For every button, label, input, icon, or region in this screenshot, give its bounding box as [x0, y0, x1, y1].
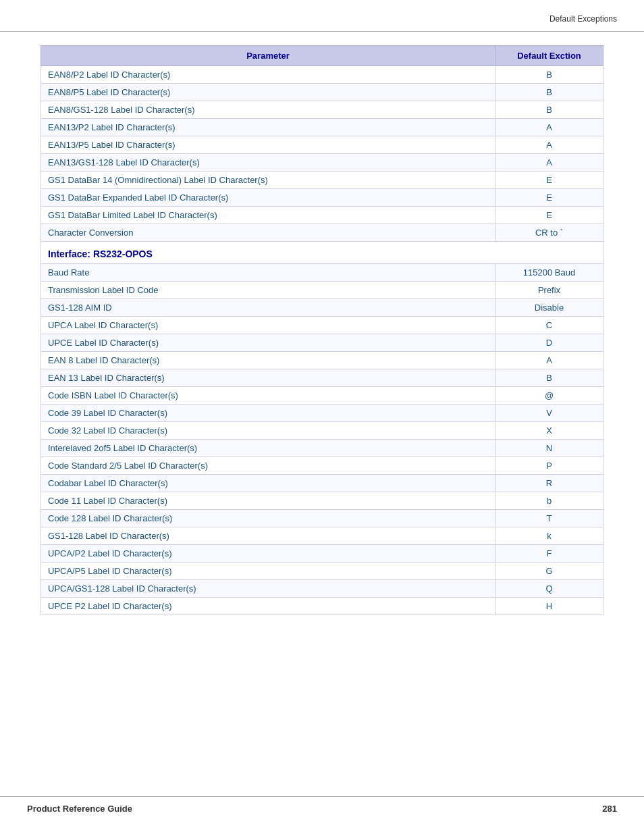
section-header-row: Interface: RS232-OPOS [41, 242, 603, 264]
footer-right-text: 281 [602, 804, 617, 814]
value-cell: A [495, 154, 603, 172]
param-cell: UPCA Label ID Character(s) [41, 317, 495, 334]
table-row: GS1-128 AIM IDDisable [41, 299, 603, 317]
param-cell: Code 128 Label ID Character(s) [41, 510, 495, 527]
table-row: EAN13/P5 Label ID Character(s)A [41, 136, 603, 154]
param-cell: Baud Rate [41, 264, 495, 282]
table-row: EAN8/GS1-128 Label ID Character(s)B [41, 101, 603, 119]
data-table: Parameter Default Exction EAN8/P2 Label … [41, 45, 603, 615]
param-cell: Code ISBN Label ID Character(s) [41, 387, 495, 405]
value-cell: A [495, 136, 603, 154]
value-cell: B [495, 66, 603, 84]
value-cell: C [495, 317, 603, 334]
value-cell: Disable [495, 299, 603, 317]
table-row: UPCE P2 Label ID Character(s)H [41, 598, 603, 615]
value-cell: T [495, 510, 603, 527]
value-cell: B [495, 84, 603, 101]
value-cell: k [495, 527, 603, 545]
table-row: EAN 13 Label ID Character(s)B [41, 369, 603, 387]
value-cell: P [495, 457, 603, 475]
table-row: UPCA/P5 Label ID Character(s)G [41, 563, 603, 580]
table-row: Character ConversionCR to ` [41, 224, 603, 242]
value-cell: Prefix [495, 282, 603, 299]
value-cell: E [495, 207, 603, 224]
value-cell: @ [495, 387, 603, 405]
table-row: UPCA/GS1-128 Label ID Character(s)Q [41, 580, 603, 598]
table-row: UPCE Label ID Character(s)D [41, 334, 603, 352]
param-cell: Interelaved 2of5 Label ID Character(s) [41, 440, 495, 457]
param-cell: EAN8/P5 Label ID Character(s) [41, 84, 495, 101]
param-cell: UPCE Label ID Character(s) [41, 334, 495, 352]
value-cell: N [495, 440, 603, 457]
header-title: Default Exceptions [549, 14, 617, 24]
value-cell: R [495, 475, 603, 492]
table-row: Code 11 Label ID Character(s)b [41, 492, 603, 510]
main-content: Parameter Default Exction EAN8/P2 Label … [0, 32, 644, 629]
table-row: EAN13/P2 Label ID Character(s)A [41, 119, 603, 136]
table-row: Baud Rate115200 Baud [41, 264, 603, 282]
table-row: Transmission Label ID CodePrefix [41, 282, 603, 299]
table-row: Code 128 Label ID Character(s)T [41, 510, 603, 527]
param-cell: EAN13/P5 Label ID Character(s) [41, 136, 495, 154]
value-cell: B [495, 101, 603, 119]
param-cell: EAN 13 Label ID Character(s) [41, 369, 495, 387]
param-cell: UPCE P2 Label ID Character(s) [41, 598, 495, 615]
value-cell: E [495, 172, 603, 189]
param-cell: GS1-128 Label ID Character(s) [41, 527, 495, 545]
value-cell: X [495, 422, 603, 440]
footer-left-text: Product Reference Guide [27, 804, 132, 814]
table-row: Code 32 Label ID Character(s)X [41, 422, 603, 440]
page-header: Default Exceptions [0, 0, 644, 32]
value-cell: F [495, 545, 603, 563]
table-row: UPCA Label ID Character(s)C [41, 317, 603, 334]
value-cell: A [495, 119, 603, 136]
table-row: GS1 DataBar Limited Label ID Character(s… [41, 207, 603, 224]
col1-header: Parameter [41, 46, 495, 66]
section-header-label: Interface: RS232-OPOS [41, 242, 603, 264]
param-cell: Code 32 Label ID Character(s) [41, 422, 495, 440]
param-cell: Code 11 Label ID Character(s) [41, 492, 495, 510]
param-cell: UPCA/GS1-128 Label ID Character(s) [41, 580, 495, 598]
page-container: Default Exceptions Parameter Default Exc… [0, 0, 644, 834]
table-row: EAN8/P5 Label ID Character(s)B [41, 84, 603, 101]
table-row: GS1-128 Label ID Character(s)k [41, 527, 603, 545]
table-row: EAN8/P2 Label ID Character(s)B [41, 66, 603, 84]
param-cell: EAN13/P2 Label ID Character(s) [41, 119, 495, 136]
value-cell: H [495, 598, 603, 615]
table-row: Code ISBN Label ID Character(s)@ [41, 387, 603, 405]
value-cell: B [495, 369, 603, 387]
table-row: UPCA/P2 Label ID Character(s)F [41, 545, 603, 563]
param-cell: EAN13/GS1-128 Label ID Character(s) [41, 154, 495, 172]
param-cell: UPCA/P2 Label ID Character(s) [41, 545, 495, 563]
param-cell: Codabar Label ID Character(s) [41, 475, 495, 492]
table-row: Code 39 Label ID Character(s)V [41, 405, 603, 422]
param-cell: EAN8/GS1-128 Label ID Character(s) [41, 101, 495, 119]
table-row: EAN 8 Label ID Character(s)A [41, 352, 603, 369]
param-cell: Transmission Label ID Code [41, 282, 495, 299]
param-cell: Code 39 Label ID Character(s) [41, 405, 495, 422]
table-row: GS1 DataBar Expanded Label ID Character(… [41, 189, 603, 207]
table-row: Codabar Label ID Character(s)R [41, 475, 603, 492]
value-cell: D [495, 334, 603, 352]
param-cell: EAN 8 Label ID Character(s) [41, 352, 495, 369]
value-cell: A [495, 352, 603, 369]
value-cell: E [495, 189, 603, 207]
value-cell: CR to ` [495, 224, 603, 242]
table-header-row: Parameter Default Exction [41, 46, 603, 66]
table-row: GS1 DataBar 14 (Omnidirectional) Label I… [41, 172, 603, 189]
param-cell: GS1-128 AIM ID [41, 299, 495, 317]
table-row: EAN13/GS1-128 Label ID Character(s)A [41, 154, 603, 172]
param-cell: GS1 DataBar 14 (Omnidirectional) Label I… [41, 172, 495, 189]
param-cell: Character Conversion [41, 224, 495, 242]
page-footer: Product Reference Guide 281 [0, 796, 644, 820]
value-cell: 115200 Baud [495, 264, 603, 282]
value-cell: b [495, 492, 603, 510]
param-cell: EAN8/P2 Label ID Character(s) [41, 66, 495, 84]
value-cell: Q [495, 580, 603, 598]
value-cell: G [495, 563, 603, 580]
table-row: Code Standard 2/5 Label ID Character(s)P [41, 457, 603, 475]
param-cell: Code Standard 2/5 Label ID Character(s) [41, 457, 495, 475]
param-cell: UPCA/P5 Label ID Character(s) [41, 563, 495, 580]
col2-header: Default Exction [495, 46, 603, 66]
value-cell: V [495, 405, 603, 422]
